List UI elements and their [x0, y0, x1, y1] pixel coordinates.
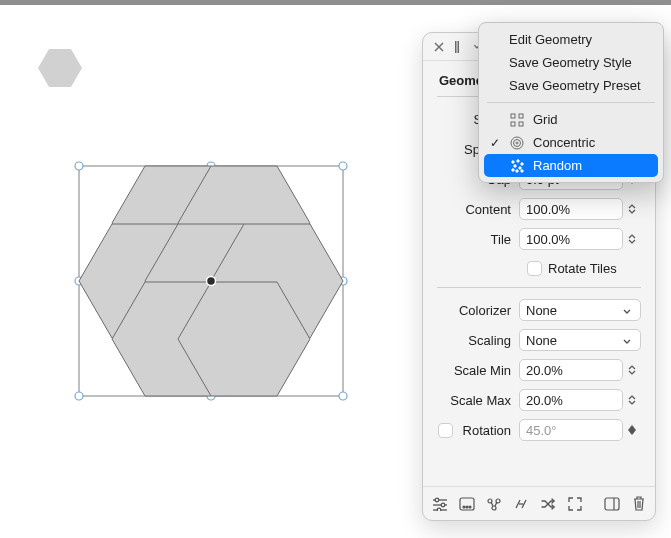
content-value: 100.0%: [526, 202, 570, 217]
handle-se[interactable]: [339, 392, 347, 400]
svg-point-9: [441, 503, 445, 507]
svg-rect-22: [605, 498, 619, 510]
row-scale-max: Scale Max 20.0%: [437, 386, 641, 414]
menu-save-geometry-style[interactable]: Save Geometry Style: [479, 51, 663, 74]
shape-hexagon-small[interactable]: [38, 49, 82, 87]
svg-marker-0: [38, 49, 82, 87]
content-stepper[interactable]: [627, 199, 641, 219]
rotate-tiles-label: Rotate Tiles: [548, 261, 617, 276]
menu-save-geometry-preset[interactable]: Save Geometry Preset: [479, 74, 663, 97]
row-rotate-tiles: Rotate Tiles: [437, 255, 641, 281]
label-content: Content: [437, 202, 519, 217]
nodes-icon[interactable]: [485, 495, 502, 513]
label-rotation: Rotation: [457, 423, 519, 438]
sidebar-icon[interactable]: [603, 495, 620, 513]
svg-point-40: [521, 169, 523, 171]
svg-point-38: [512, 168, 514, 170]
tile-stepper[interactable]: [627, 229, 641, 249]
rotation-field[interactable]: 45.0°: [519, 419, 623, 441]
svg-rect-2: [455, 41, 457, 53]
menu-random[interactable]: Random: [484, 154, 658, 177]
scale-max-value: 20.0%: [526, 393, 563, 408]
random-icon: [509, 158, 525, 174]
svg-point-18: [492, 506, 496, 510]
svg-point-36: [514, 164, 516, 166]
pin-icon[interactable]: [451, 41, 463, 53]
svg-point-33: [512, 160, 514, 162]
svg-rect-28: [511, 122, 515, 126]
menu-item-label: Save Geometry Style: [509, 55, 649, 70]
svg-rect-29: [519, 122, 523, 126]
menu-item-label: Edit Geometry: [509, 32, 649, 47]
scaling-value: None: [526, 333, 557, 348]
svg-point-15: [469, 506, 471, 508]
chevron-down-icon: [620, 303, 634, 318]
window-titlebar-strip: [0, 0, 671, 5]
label-tile: Tile: [437, 232, 519, 247]
svg-point-32: [516, 142, 518, 144]
menu-separator: [487, 102, 655, 103]
svg-point-37: [519, 166, 521, 168]
expand-icon[interactable]: [566, 495, 583, 513]
check-icon: ✓: [489, 136, 501, 150]
svg-rect-27: [519, 114, 523, 118]
row-scale-min: Scale Min 20.0%: [437, 356, 641, 384]
hexagon-tile-group[interactable]: [79, 166, 343, 396]
svg-point-7: [435, 498, 439, 502]
chevron-down-icon: [620, 333, 634, 348]
label-scale-min: Scale Min: [437, 363, 519, 378]
align-icon[interactable]: [458, 495, 475, 513]
svg-point-31: [514, 139, 521, 146]
sliders-icon[interactable]: [431, 495, 448, 513]
rotate-tiles-checkbox[interactable]: [527, 261, 542, 276]
colorizer-value: None: [526, 303, 557, 318]
svg-point-35: [521, 162, 523, 164]
menu-item-label: Random: [533, 158, 649, 173]
row-content: Content 100.0%: [437, 195, 641, 223]
tile-field[interactable]: 100.0%: [519, 228, 623, 250]
context-menu: Edit Geometry Save Geometry Style Save G…: [478, 22, 664, 183]
svg-rect-26: [511, 114, 515, 118]
scale-max-field[interactable]: 20.0%: [519, 389, 623, 411]
close-icon[interactable]: [433, 41, 445, 53]
menu-grid[interactable]: Grid: [479, 108, 663, 131]
svg-point-34: [517, 159, 519, 161]
row-tile: Tile 100.0%: [437, 225, 641, 253]
trash-icon[interactable]: [630, 495, 647, 513]
svg-point-39: [516, 169, 518, 171]
center-anchor[interactable]: [207, 277, 216, 286]
divider: [437, 287, 641, 288]
scale-max-stepper[interactable]: [627, 390, 641, 410]
menu-edit-geometry[interactable]: Edit Geometry: [479, 28, 663, 51]
label-scale-max: Scale Max: [437, 393, 519, 408]
concentric-icon: [509, 135, 525, 151]
row-rotation: Rotation 45.0°: [437, 416, 641, 444]
handle-ne[interactable]: [339, 162, 347, 170]
rotation-checkbox[interactable]: [438, 423, 453, 438]
scale-min-value: 20.0%: [526, 363, 563, 378]
handle-nw[interactable]: [75, 162, 83, 170]
canvas[interactable]: [10, 10, 410, 530]
svg-point-13: [463, 506, 465, 508]
shuffle-icon[interactable]: [539, 495, 556, 513]
scale-min-field[interactable]: 20.0%: [519, 359, 623, 381]
menu-item-label: Concentric: [533, 135, 649, 150]
menu-item-label: Save Geometry Preset: [509, 78, 649, 93]
menu-item-label: Grid: [533, 112, 649, 127]
svg-point-14: [466, 506, 468, 508]
menu-concentric[interactable]: ✓ Concentric: [479, 131, 663, 154]
scale-min-stepper[interactable]: [627, 360, 641, 380]
scaling-select[interactable]: None: [519, 329, 641, 351]
break-icon[interactable]: [512, 495, 529, 513]
grid-icon: [509, 112, 525, 128]
rotation-stepper[interactable]: [627, 420, 641, 440]
colorizer-select[interactable]: None: [519, 299, 641, 321]
content-field[interactable]: 100.0%: [519, 198, 623, 220]
label-colorizer: Colorizer: [437, 303, 519, 318]
row-colorizer: Colorizer None: [437, 296, 641, 324]
svg-point-30: [511, 137, 523, 149]
svg-rect-3: [458, 41, 460, 53]
tile-value: 100.0%: [526, 232, 570, 247]
handle-sw[interactable]: [75, 392, 83, 400]
rotation-value: 45.0°: [526, 423, 557, 438]
